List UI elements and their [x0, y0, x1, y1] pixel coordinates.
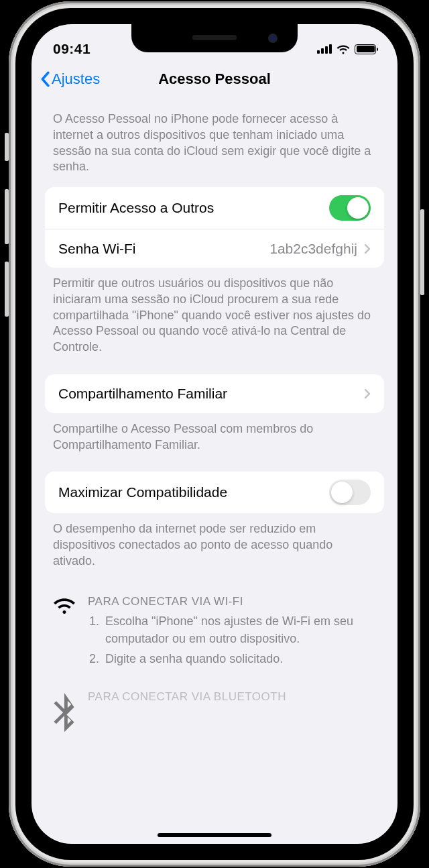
chevron-right-icon	[364, 243, 371, 254]
back-label: Ajustes	[52, 70, 100, 88]
maximize-compat-switch[interactable]	[329, 480, 371, 505]
instructions-wifi-step2: Digite a senha quando solicitado.	[103, 650, 376, 667]
instructions-bluetooth: PARA CONECTAR VIA BLUETOOTH	[45, 684, 384, 742]
allow-others-switch[interactable]	[329, 195, 371, 221]
family-sharing-label: Compartilhamento Familiar	[58, 386, 227, 402]
family-sharing-row[interactable]: Compartilhamento Familiar	[45, 374, 384, 413]
notch	[131, 24, 298, 52]
maximize-compat-row[interactable]: Maximizar Compatibilidade	[45, 472, 384, 513]
group-family: Compartilhamento Familiar	[45, 374, 384, 413]
group-compat: Maximizar Compatibilidade	[45, 472, 384, 513]
phone-frame: 09:41 Ajustes Acesso Pessoal O Acesso Pe…	[9, 1, 420, 867]
wifi-icon	[53, 595, 76, 670]
group-compat-footer: O desempenho da internet pode ser reduzi…	[45, 513, 384, 588]
intro-text: O Acesso Pessoal no iPhone pode fornecer…	[45, 97, 384, 187]
group-family-footer: Compartilhe o Acesso Pessoal com membros…	[45, 413, 384, 472]
chevron-left-icon	[40, 71, 50, 87]
back-button[interactable]: Ajustes	[40, 70, 100, 88]
maximize-compat-label: Maximizar Compatibilidade	[58, 484, 227, 500]
battery-icon	[355, 44, 376, 54]
cellular-icon	[317, 44, 332, 54]
volume-up	[5, 189, 9, 244]
screen: 09:41 Ajustes Acesso Pessoal O Acesso Pe…	[32, 24, 397, 844]
wifi-icon	[336, 44, 350, 54]
instructions-wifi-header: PARA CONECTAR VIA WI-FI	[88, 595, 376, 608]
nav-bar: Ajustes Acesso Pessoal	[32, 62, 397, 97]
mute-switch	[5, 133, 9, 161]
wifi-password-value: 1ab2c3defghij	[269, 241, 357, 257]
wifi-password-row[interactable]: Senha Wi-Fi 1ab2c3defghij	[45, 229, 384, 268]
home-indicator[interactable]	[158, 833, 271, 837]
instructions-wifi: PARA CONECTAR VIA WI-FI Escolha "iPhone"…	[45, 588, 384, 677]
instructions-bluetooth-header: PARA CONECTAR VIA BLUETOOTH	[88, 690, 286, 704]
allow-others-label: Permitir Acesso a Outros	[58, 200, 214, 216]
allow-others-row[interactable]: Permitir Acesso a Outros	[45, 187, 384, 229]
bezel: 09:41 Ajustes Acesso Pessoal O Acesso Pe…	[15, 8, 414, 860]
instructions-wifi-step1: Escolha "iPhone" nos ajustes de Wi-Fi em…	[103, 612, 376, 647]
power-button	[420, 209, 424, 295]
status-time: 09:41	[53, 41, 90, 57]
bluetooth-icon	[53, 690, 76, 735]
status-icons	[317, 44, 376, 54]
group-access: Permitir Acesso a Outros Senha Wi-Fi 1ab…	[45, 187, 384, 268]
chevron-right-icon	[364, 388, 371, 399]
wifi-password-label: Senha Wi-Fi	[58, 241, 136, 257]
content: O Acesso Pessoal no iPhone pode fornecer…	[32, 97, 397, 742]
volume-down	[5, 262, 9, 317]
group-access-footer: Permitir que outros usuários ou disposit…	[45, 268, 384, 374]
